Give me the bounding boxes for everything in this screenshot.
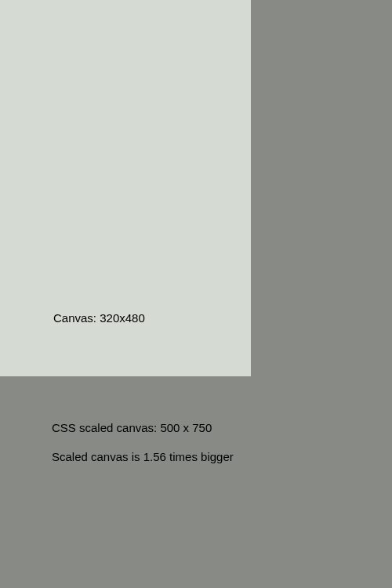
scale-ratio-label: Scaled canvas is 1.56 times bigger: [52, 450, 234, 463]
canvas-box: Canvas: 320x480: [0, 0, 251, 376]
canvas-dimensions-label: Canvas: 320x480: [53, 311, 145, 325]
scaled-canvas-label: CSS scaled canvas: 392 x 588: [52, 421, 212, 434]
